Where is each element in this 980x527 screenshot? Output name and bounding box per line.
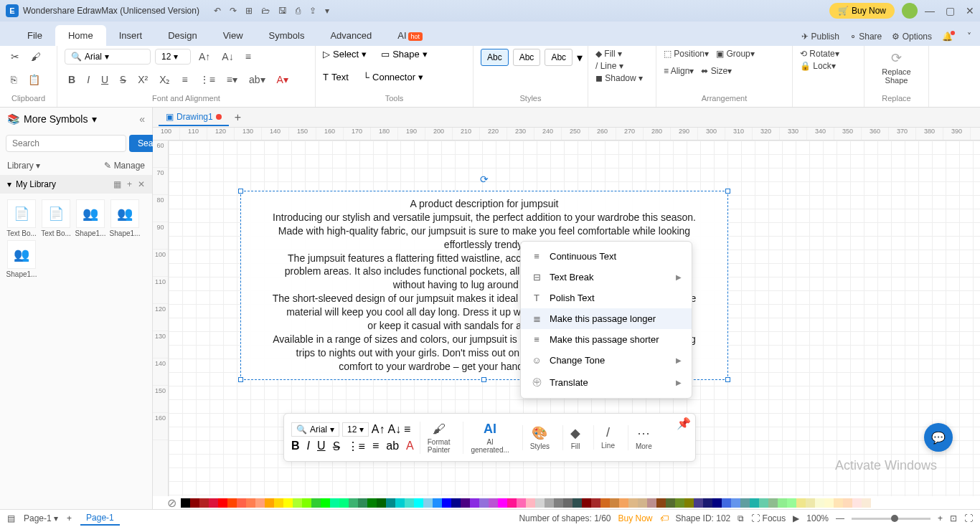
resize-handle[interactable] xyxy=(481,377,486,382)
color-swatch[interactable] xyxy=(656,498,666,508)
color-swatch[interactable] xyxy=(862,498,871,508)
float-size-select[interactable]: 12 ▾ xyxy=(342,422,369,437)
style-preset-2[interactable]: Abc xyxy=(513,49,541,66)
color-swatch[interactable] xyxy=(600,498,610,508)
shape-tool[interactable]: ▭ Shape ▾ xyxy=(381,49,428,60)
fill-button[interactable]: ◆ Fill ▾ xyxy=(595,49,649,59)
minimize-icon[interactable]: — xyxy=(925,5,935,16)
bullet-list-icon[interactable]: ⋮≡ xyxy=(196,72,219,87)
undo-icon[interactable]: ↶ xyxy=(214,6,221,16)
ctx-make-shorter[interactable]: ≡Make this passage shorter xyxy=(521,329,692,350)
sidebar-title[interactable]: More Symbols xyxy=(24,113,88,125)
color-swatch[interactable] xyxy=(731,498,740,508)
color-swatch[interactable] xyxy=(423,498,433,508)
color-swatch[interactable] xyxy=(367,498,377,508)
color-swatch[interactable] xyxy=(573,498,582,508)
font-color-icon[interactable]: A▾ xyxy=(273,72,292,87)
print-icon[interactable]: ⎙ xyxy=(296,6,301,16)
float-align-icon[interactable]: ≡ xyxy=(404,423,410,436)
color-swatch[interactable] xyxy=(358,498,367,508)
color-swatch[interactable] xyxy=(666,498,675,508)
color-swatch[interactable] xyxy=(433,498,442,508)
float-bold-icon[interactable]: B xyxy=(291,440,300,452)
add-lib-icon[interactable]: + xyxy=(127,179,132,189)
color-swatch[interactable] xyxy=(386,498,395,508)
zoom-level[interactable]: 100% xyxy=(806,513,829,523)
replace-shape-button[interactable]: ⟳ Replace Shape xyxy=(877,49,915,86)
float-styles-button[interactable]: 🎨Styles xyxy=(522,425,557,450)
color-swatch[interactable] xyxy=(647,498,656,508)
lock-button[interactable]: 🔒 Lock▾ xyxy=(800,61,857,71)
color-swatch[interactable] xyxy=(684,498,694,508)
color-swatch[interactable] xyxy=(311,498,321,508)
group-button[interactable]: ▣ Group▾ xyxy=(716,49,755,59)
float-strike-icon[interactable]: S̶ xyxy=(333,440,340,453)
format-painter-button[interactable]: 🖌Format Painter xyxy=(420,422,458,454)
color-swatch[interactable] xyxy=(349,498,358,508)
open-icon[interactable]: 🗁 xyxy=(261,6,270,16)
color-swatch[interactable] xyxy=(330,498,339,508)
menu-advanced[interactable]: Advanced xyxy=(317,25,385,46)
buy-now-status[interactable]: Buy Now xyxy=(618,513,652,523)
color-swatch[interactable] xyxy=(507,498,517,508)
color-swatch[interactable] xyxy=(190,498,199,508)
color-swatch[interactable] xyxy=(740,498,750,508)
add-page-icon[interactable]: + xyxy=(67,513,72,523)
shape-item[interactable]: 📄Text Bo... xyxy=(6,199,37,237)
color-swatch[interactable] xyxy=(675,498,684,508)
color-swatch[interactable] xyxy=(181,498,190,508)
resize-handle[interactable] xyxy=(725,377,730,382)
collapse-sidebar-icon[interactable]: « xyxy=(139,113,145,125)
underline-icon[interactable]: U xyxy=(98,72,112,87)
font-select[interactable]: 🔍 Arial ▾ xyxy=(65,49,151,65)
float-underline-icon[interactable]: U xyxy=(317,440,326,452)
superscript-icon[interactable]: X² xyxy=(134,72,151,87)
color-swatch[interactable] xyxy=(265,498,274,508)
shape-item[interactable]: 👥Shape1... xyxy=(75,199,106,237)
color-swatch[interactable] xyxy=(283,498,293,508)
float-font-select[interactable]: 🔍 Arial ▾ xyxy=(291,422,339,437)
ctx-text-break[interactable]: ⊟Text Break▶ xyxy=(521,267,692,288)
color-swatch[interactable] xyxy=(377,498,386,508)
style-preset-3[interactable]: Abc xyxy=(545,49,573,66)
menu-ai[interactable]: AIhot xyxy=(385,25,435,46)
library-dropdown[interactable]: Library ▾ xyxy=(7,161,40,171)
share-button[interactable]: ⚬ Share xyxy=(849,32,882,42)
color-swatch[interactable] xyxy=(806,498,815,508)
page-tab[interactable]: Page-1 xyxy=(80,511,120,526)
float-dec-font-icon[interactable]: A↓ xyxy=(387,423,401,436)
tab-close-icon[interactable] xyxy=(216,114,222,120)
color-swatch[interactable] xyxy=(209,498,218,508)
styles-more-icon[interactable]: ▾ xyxy=(577,51,583,65)
color-swatch[interactable] xyxy=(405,498,414,508)
shape-item[interactable]: 👥Shape1... xyxy=(6,240,37,278)
ai-generated-button[interactable]: AIAI generated... xyxy=(463,422,516,454)
color-swatch[interactable] xyxy=(451,498,461,508)
menu-insert[interactable]: Insert xyxy=(106,25,156,46)
grid-view-icon[interactable]: ▦ xyxy=(113,179,121,189)
color-swatch[interactable] xyxy=(778,498,787,508)
paintbrush-icon[interactable]: 🖌 xyxy=(27,49,44,65)
zoom-in-icon[interactable]: + xyxy=(938,513,943,523)
options-button[interactable]: ⚙ Options xyxy=(892,32,932,42)
zoom-out-icon[interactable]: — xyxy=(836,513,844,523)
color-swatch[interactable] xyxy=(237,498,246,508)
manage-button[interactable]: ✎ Manage xyxy=(104,161,145,171)
pin-icon[interactable]: 📌 xyxy=(677,417,691,430)
ctx-polish-text[interactable]: TPolish Text xyxy=(521,288,692,308)
export-icon[interactable]: ⇪ xyxy=(309,6,316,16)
color-swatch[interactable] xyxy=(227,498,237,508)
align-left-icon[interactable]: ≡ xyxy=(178,72,191,87)
color-swatch[interactable] xyxy=(628,498,638,508)
color-swatch[interactable] xyxy=(442,498,451,508)
color-swatch[interactable] xyxy=(246,498,255,508)
text-tool[interactable]: T Text xyxy=(323,72,349,82)
menu-view[interactable]: View xyxy=(210,25,256,46)
color-swatch[interactable] xyxy=(218,498,227,508)
number-list-icon[interactable]: ≡▾ xyxy=(223,72,241,87)
subscript-icon[interactable]: X₂ xyxy=(156,72,174,87)
position-button[interactable]: ⬚ Position▾ xyxy=(664,49,709,59)
ctx-translate[interactable]: ㊥Translate▶ xyxy=(521,371,692,394)
focus-button[interactable]: ⛶ Focus xyxy=(751,513,786,523)
resize-handle[interactable] xyxy=(725,189,730,194)
